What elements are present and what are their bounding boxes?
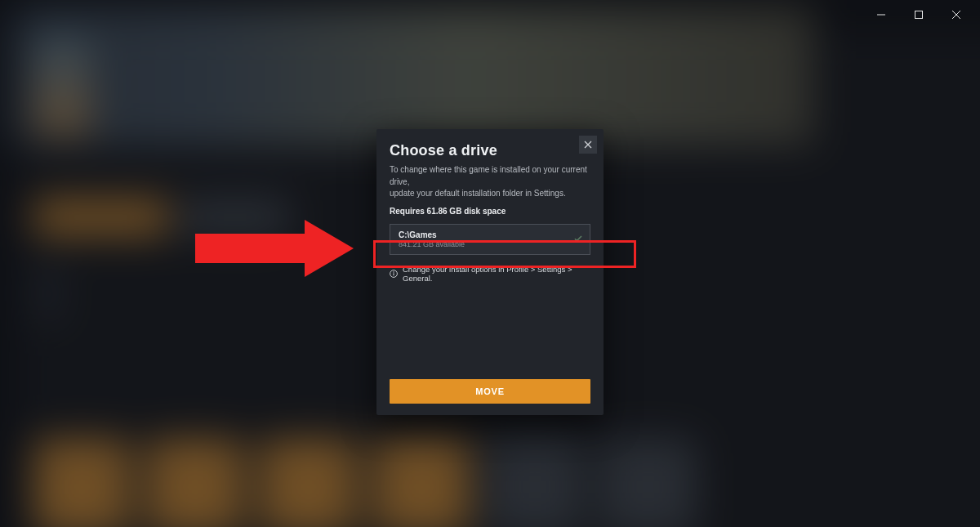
choose-drive-dialog: Choose a drive To change where this game… — [376, 129, 604, 415]
minimize-icon — [877, 11, 885, 19]
dialog-description-line2: update your default installation folder … — [390, 188, 590, 200]
disk-space-required: Requires 61.86 GB disk space — [390, 207, 590, 216]
install-options-hint: Change your install options in Profile >… — [390, 265, 590, 283]
check-icon — [573, 232, 583, 247]
install-options-hint-text: Change your install options in Profile >… — [403, 265, 590, 283]
svg-rect-3 — [394, 273, 394, 275]
drive-available: 841.21 GB available — [399, 240, 581, 248]
info-icon — [390, 270, 398, 278]
drive-path: C:\Games — [399, 230, 581, 239]
close-icon — [584, 141, 592, 149]
maximize-icon — [915, 11, 923, 19]
drive-option[interactable]: C:\Games 841.21 GB available — [390, 224, 590, 255]
move-button[interactable]: MOVE — [390, 379, 590, 404]
window-controls — [862, 3, 975, 26]
svg-point-2 — [393, 271, 394, 272]
dialog-title: Choose a drive — [390, 142, 590, 159]
dialog-description-line1: To change where this game is installed o… — [390, 164, 590, 188]
minimize-button[interactable] — [862, 3, 900, 26]
maximize-button[interactable] — [900, 3, 938, 26]
dialog-close-button[interactable] — [579, 136, 597, 154]
svg-rect-0 — [915, 11, 923, 19]
close-window-button[interactable] — [938, 3, 975, 26]
close-icon — [952, 11, 960, 19]
